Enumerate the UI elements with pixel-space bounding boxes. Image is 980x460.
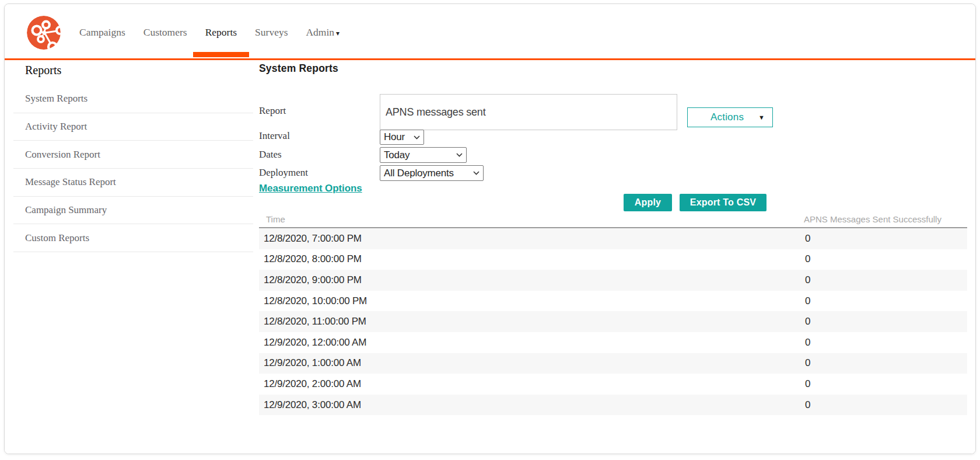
export-to-csv-button[interactable]: Export To CSV xyxy=(680,194,766,211)
primary-nav: Campaigns Customers Reports Surveys Admi… xyxy=(79,4,340,60)
sidebar-item-custom-reports[interactable]: Custom Reports xyxy=(13,224,253,252)
cell-value: 0 xyxy=(804,337,967,349)
interval-select[interactable]: Hour xyxy=(380,130,424,145)
nav-item-customers[interactable]: Customers xyxy=(144,26,187,39)
table-row[interactable]: 12/8/2020, 11:00:00 PM0 xyxy=(259,311,967,332)
nav-item-campaigns[interactable]: Campaigns xyxy=(79,26,125,39)
interval-label: Interval xyxy=(259,130,290,142)
report-label: Report xyxy=(259,105,286,117)
dates-select-value: Today xyxy=(384,149,410,161)
chevron-down-icon: ▾ xyxy=(336,29,340,37)
reports-sidebar: Reports System Reports Activity Report C… xyxy=(5,62,259,454)
column-header-apns-messages: APNS Messages Sent Successfully xyxy=(804,214,967,224)
sidebar-list: System Reports Activity Report Conversio… xyxy=(13,85,253,252)
measurement-options-link[interactable]: Measurement Options xyxy=(259,183,362,194)
cell-value: 0 xyxy=(804,357,967,369)
cell-time: 12/8/2020, 9:00:00 PM xyxy=(259,274,804,286)
cell-time: 12/9/2020, 12:00:00 AM xyxy=(259,337,804,349)
brand-logo-icon[interactable] xyxy=(27,16,61,50)
main-content: System Reports Report Actions ▼ Interval… xyxy=(259,62,975,454)
cell-value: 0 xyxy=(804,295,967,307)
cell-value: 0 xyxy=(804,378,967,390)
cell-value: 0 xyxy=(804,274,967,286)
table-row[interactable]: 12/8/2020, 7:00:00 PM0 xyxy=(259,228,967,249)
table-row[interactable]: 12/9/2020, 3:00:00 AM0 xyxy=(259,395,967,416)
cell-value: 0 xyxy=(804,253,967,265)
dates-label: Dates xyxy=(259,149,282,161)
caret-down-icon: ▼ xyxy=(758,114,765,121)
sidebar-title: Reports xyxy=(25,64,259,77)
table-row[interactable]: 12/8/2020, 9:00:00 PM0 xyxy=(259,270,967,291)
cell-value: 0 xyxy=(804,316,967,327)
deployment-select-value: All Deployments xyxy=(384,168,454,179)
nav-item-reports-label: Reports xyxy=(205,26,237,38)
sidebar-item-system-reports[interactable]: System Reports xyxy=(13,85,253,113)
cell-time: 12/9/2020, 2:00:00 AM xyxy=(259,378,804,390)
actions-button-label: Actions xyxy=(688,111,758,123)
chevron-down-icon xyxy=(414,135,420,140)
cell-value: 0 xyxy=(804,233,967,245)
apply-button[interactable]: Apply xyxy=(624,194,672,211)
table-row[interactable]: 12/8/2020, 8:00:00 PM0 xyxy=(259,249,967,270)
column-header-time: Time xyxy=(259,214,804,224)
interval-select-value: Hour xyxy=(384,131,405,143)
cell-value: 0 xyxy=(804,399,967,411)
report-input[interactable] xyxy=(380,94,677,130)
sidebar-item-message-status-report[interactable]: Message Status Report xyxy=(13,169,253,197)
sidebar-item-conversion-report[interactable]: Conversion Report xyxy=(13,141,253,169)
table-row[interactable]: 12/9/2020, 1:00:00 AM0 xyxy=(259,353,967,374)
cell-time: 12/9/2020, 3:00:00 AM xyxy=(259,399,804,411)
table-header-row: Time APNS Messages Sent Successfully xyxy=(259,211,967,228)
page: Campaigns Customers Reports Surveys Admi… xyxy=(0,0,980,460)
cell-time: 12/8/2020, 11:00:00 PM xyxy=(259,316,804,327)
chevron-down-icon xyxy=(456,153,463,157)
page-title: System Reports xyxy=(259,62,338,75)
sidebar-item-activity-report[interactable]: Activity Report xyxy=(13,113,253,141)
report-table: Time APNS Messages Sent Successfully 12/… xyxy=(259,211,967,415)
dates-select[interactable]: Today xyxy=(380,147,467,163)
nav-item-admin-label: Admin xyxy=(306,26,334,38)
cell-time: 12/9/2020, 1:00:00 AM xyxy=(259,357,804,369)
top-navbar: Campaigns Customers Reports Surveys Admi… xyxy=(5,4,975,60)
cell-time: 12/8/2020, 8:00:00 PM xyxy=(259,253,804,265)
sidebar-item-campaign-summary[interactable]: Campaign Summary xyxy=(13,197,253,225)
chevron-down-icon xyxy=(473,171,480,175)
app-card: Campaigns Customers Reports Surveys Admi… xyxy=(4,4,976,454)
nav-item-surveys[interactable]: Surveys xyxy=(255,26,288,39)
cell-time: 12/8/2020, 10:00:00 PM xyxy=(259,295,804,307)
deployment-select[interactable]: All Deployments xyxy=(380,165,484,181)
table-body: 12/8/2020, 7:00:00 PM0 12/8/2020, 8:00:0… xyxy=(259,228,967,415)
table-row[interactable]: 12/9/2020, 12:00:00 AM0 xyxy=(259,332,967,353)
table-row[interactable]: 12/8/2020, 10:00:00 PM0 xyxy=(259,291,967,312)
table-row[interactable]: 12/9/2020, 2:00:00 AM0 xyxy=(259,374,967,395)
deployment-label: Deployment xyxy=(259,167,308,179)
cell-time: 12/8/2020, 7:00:00 PM xyxy=(259,233,804,245)
nav-item-admin[interactable]: Admin▾ xyxy=(306,26,340,39)
nav-item-reports[interactable]: Reports xyxy=(205,26,237,39)
actions-button[interactable]: Actions ▼ xyxy=(687,107,773,127)
active-tab-indicator xyxy=(193,52,249,57)
